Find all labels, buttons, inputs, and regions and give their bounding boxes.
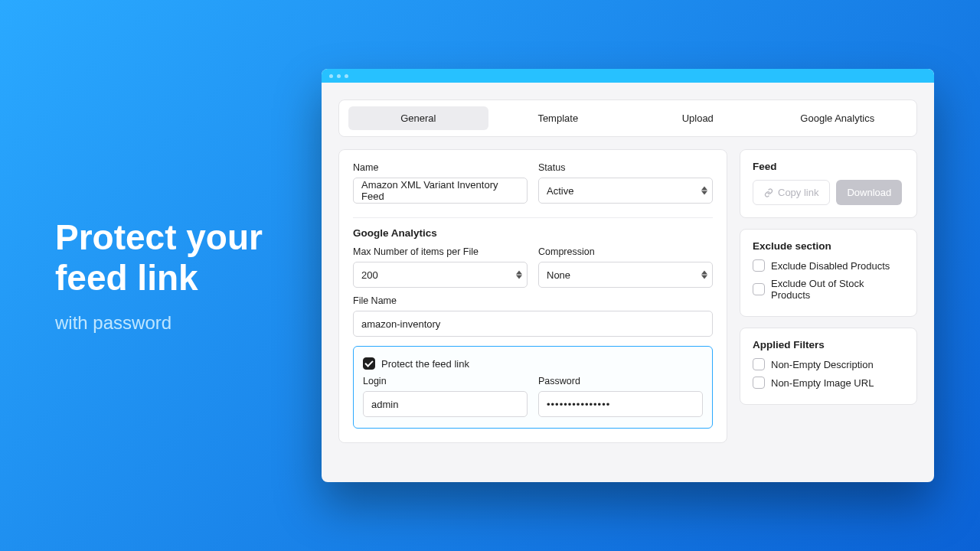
filters-card: Applied Filters Non-Empty Description No… bbox=[740, 328, 917, 405]
login-label: Login bbox=[363, 376, 528, 386]
feed-card: Feed Copy link Download bbox=[740, 149, 917, 218]
exclude-item-label: Exclude Disabled Products bbox=[771, 260, 890, 272]
exclude-oos-checkbox[interactable] bbox=[753, 283, 765, 295]
password-input[interactable]: ••••••••••••••• bbox=[538, 391, 703, 417]
traffic-light-dot bbox=[329, 74, 333, 78]
exclude-item-label: Exclude Out of Stock Products bbox=[771, 278, 904, 301]
exclude-card-title: Exclude section bbox=[753, 240, 904, 252]
download-button[interactable]: Download bbox=[836, 180, 902, 205]
password-label: Password bbox=[538, 376, 703, 386]
divider bbox=[353, 217, 713, 218]
chevron-updown-icon bbox=[516, 271, 522, 279]
filter-nonempty-desc-checkbox[interactable] bbox=[753, 358, 765, 370]
app-window: General Template Upload Google Analytics… bbox=[322, 69, 934, 482]
status-select[interactable]: Active bbox=[538, 178, 713, 204]
tabs-bar: General Template Upload Google Analytics bbox=[338, 99, 917, 137]
tab-upload[interactable]: Upload bbox=[628, 106, 768, 130]
max-items-label: Max Number of items per File bbox=[353, 246, 528, 257]
name-input[interactable]: Amazon XML Variant Inventory Feed bbox=[353, 178, 528, 204]
filename-label: File Name bbox=[353, 295, 713, 306]
tab-general[interactable]: General bbox=[348, 106, 488, 130]
main-settings-card: Name Amazon XML Variant Inventory Feed S… bbox=[338, 149, 727, 443]
status-label: Status bbox=[538, 162, 713, 173]
hero-subtitle: with password bbox=[55, 312, 306, 334]
filter-item-label: Non-Empty Image URL bbox=[771, 377, 874, 389]
window-titlebar bbox=[322, 69, 934, 83]
link-icon bbox=[764, 188, 773, 197]
login-input[interactable]: admin bbox=[363, 391, 528, 417]
filter-nonempty-image-checkbox[interactable] bbox=[753, 377, 765, 389]
protect-feed-checkbox[interactable] bbox=[363, 357, 375, 370]
hero-title: Protect your feed link bbox=[55, 217, 306, 298]
window-content: General Template Upload Google Analytics… bbox=[322, 83, 934, 460]
hero: Protect your feed link with password bbox=[0, 217, 306, 334]
tab-template[interactable]: Template bbox=[488, 106, 629, 130]
protect-feed-label: Protect the feed link bbox=[381, 358, 469, 370]
traffic-light-dot bbox=[345, 74, 348, 78]
protect-feed-box: Protect the feed link Login admin Passwo… bbox=[353, 346, 713, 429]
chevron-updown-icon bbox=[701, 187, 707, 195]
copy-link-button[interactable]: Copy link bbox=[753, 180, 830, 205]
max-items-select[interactable]: 200 bbox=[353, 262, 528, 288]
name-label: Name bbox=[353, 162, 528, 173]
exclude-card: Exclude section Exclude Disabled Product… bbox=[740, 229, 917, 317]
compression-select[interactable]: None bbox=[538, 262, 713, 288]
exclude-disabled-checkbox[interactable] bbox=[753, 259, 765, 272]
ga-section-title: Google Analytics bbox=[353, 227, 713, 239]
chevron-updown-icon bbox=[701, 271, 707, 279]
filename-input[interactable]: amazon-inventory bbox=[353, 311, 713, 337]
filters-card-title: Applied Filters bbox=[753, 339, 904, 350]
tab-google-analytics[interactable]: Google Analytics bbox=[768, 106, 908, 130]
filter-item-label: Non-Empty Description bbox=[771, 359, 874, 370]
feed-card-title: Feed bbox=[753, 161, 904, 172]
traffic-light-dot bbox=[337, 74, 341, 78]
compression-label: Compression bbox=[538, 246, 713, 257]
